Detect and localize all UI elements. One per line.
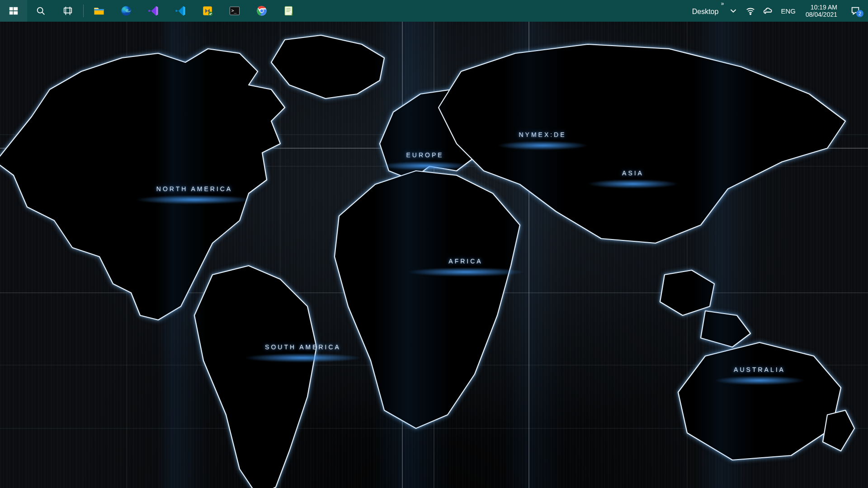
svg-rect-2	[9, 11, 13, 14]
edge-icon	[120, 5, 132, 17]
taskbar-clock[interactable]: 10:19 AM 08/04/2021	[800, 0, 843, 22]
vscode-icon	[175, 5, 186, 17]
desktop-toolbar-label: Desktop	[692, 8, 719, 16]
svg-point-4	[38, 8, 43, 13]
file-explorer-icon	[93, 5, 105, 17]
desktop-toolbar[interactable]: Desktop »	[686, 0, 725, 22]
language-indicator[interactable]: ENG	[776, 0, 800, 22]
taskbar-left: >_	[0, 0, 302, 22]
pinned-apps: >_	[85, 0, 302, 22]
svg-text:>_: >_	[231, 8, 237, 14]
chevron-double-right-icon: »	[721, 1, 724, 6]
svg-rect-0	[9, 7, 13, 10]
cloud-icon	[763, 6, 773, 16]
chevron-down-icon	[728, 6, 738, 16]
taskbar: >_ Desktop »	[0, 0, 868, 22]
taskbar-notepadpp[interactable]	[275, 0, 302, 22]
system-tray: ENG 10:19 AM 08/04/2021 2	[725, 0, 868, 22]
svg-rect-9	[94, 9, 104, 10]
search-icon	[36, 6, 46, 16]
taskbar-separator	[83, 5, 84, 17]
taskbar-chrome-canary[interactable]	[248, 0, 275, 22]
notepadpp-icon	[283, 5, 295, 17]
svg-point-22	[750, 14, 751, 14]
taskbar-file-explorer[interactable]	[85, 0, 113, 22]
tray-onedrive[interactable]	[759, 0, 776, 22]
visual-studio-icon	[147, 5, 159, 17]
svg-rect-1	[14, 7, 18, 10]
wifi-icon	[745, 6, 755, 16]
windows-icon	[9, 6, 19, 16]
task-view-button[interactable]	[54, 0, 81, 22]
search-button[interactable]	[27, 0, 54, 22]
task-view-icon	[63, 6, 73, 16]
taskbar-command-prompt[interactable]: >_	[221, 0, 248, 22]
world-map	[0, 22, 868, 488]
chrome-canary-icon	[256, 5, 268, 17]
svg-line-5	[42, 12, 44, 14]
action-center-button[interactable]: 2	[843, 0, 868, 22]
svg-rect-3	[14, 11, 18, 14]
clock-date: 08/04/2021	[806, 11, 837, 18]
taskbar-visual-studio[interactable]	[140, 0, 167, 22]
start-button[interactable]	[0, 0, 27, 22]
desktop[interactable]: NORTH AMERICA SOUTH AMERICA EUROPE AFRIC…	[0, 22, 868, 488]
tray-overflow-button[interactable]	[725, 0, 742, 22]
svg-rect-18	[285, 6, 292, 15]
svg-point-17	[260, 9, 264, 13]
notification-badge: 2	[856, 10, 863, 17]
command-prompt-icon: >_	[229, 5, 241, 17]
vs-installer-icon	[202, 5, 213, 17]
taskbar-edge[interactable]	[113, 0, 140, 22]
clock-time: 10:19 AM	[806, 4, 837, 11]
tray-wifi[interactable]	[742, 0, 759, 22]
taskbar-right: Desktop » ENG 10:19 AM 08/	[686, 0, 868, 22]
svg-rect-6	[64, 8, 72, 13]
taskbar-vs-installer[interactable]	[194, 0, 221, 22]
taskbar-vscode[interactable]	[167, 0, 194, 22]
